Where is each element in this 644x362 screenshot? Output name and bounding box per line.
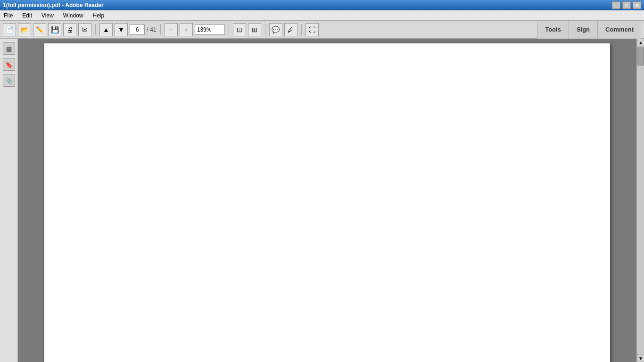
- email-button[interactable]: ✉: [78, 23, 91, 36]
- scroll-area[interactable]: Department Have Branch Offers Courses: [18, 39, 636, 362]
- comment-button[interactable]: Comment: [597, 21, 641, 39]
- zoom-out-button[interactable]: −: [165, 23, 178, 36]
- tools-button[interactable]: Tools: [537, 21, 569, 39]
- titlebar-controls: _ □ ✕: [612, 1, 641, 9]
- next-page-button[interactable]: ▼: [115, 23, 128, 36]
- open-button[interactable]: 📂: [18, 23, 31, 36]
- close-button[interactable]: ✕: [633, 1, 641, 9]
- sidebar-attach-button[interactable]: 📎: [3, 74, 15, 87]
- sidebar-nav-button[interactable]: ▤: [3, 42, 15, 55]
- menu-file[interactable]: File: [2, 11, 15, 20]
- menu-view[interactable]: View: [40, 11, 56, 20]
- new-button[interactable]: 📄: [3, 23, 16, 36]
- vertical-scrollbar[interactable]: ▲ ▼: [636, 39, 644, 362]
- fit-page-button[interactable]: ⊡: [233, 23, 246, 36]
- separator-4: [265, 24, 265, 35]
- menu-edit[interactable]: Edit: [20, 11, 34, 20]
- prev-page-button[interactable]: ▲: [99, 23, 113, 36]
- page-separator: /: [147, 26, 148, 33]
- separator-1: [95, 24, 96, 35]
- scroll-up-arrow[interactable]: ▲: [637, 39, 644, 46]
- highlight-button[interactable]: 🖊: [284, 23, 297, 36]
- page-number-input[interactable]: 6: [130, 25, 145, 35]
- print-button[interactable]: 🖨: [63, 23, 76, 36]
- pdf-page: Department Have Branch Offers Courses: [44, 43, 610, 362]
- sidebar-bookmark-button[interactable]: 🔖: [3, 58, 15, 71]
- zoom-in-button[interactable]: +: [180, 23, 193, 36]
- scroll-thumb[interactable]: [637, 47, 644, 66]
- separator-5: [301, 24, 302, 35]
- menu-window[interactable]: Window: [61, 11, 85, 20]
- zoom-input[interactable]: 139%: [195, 25, 225, 35]
- fit-width-button[interactable]: ⊞: [248, 23, 261, 36]
- separator-3: [229, 24, 229, 35]
- toolbar: 📄 📂 ✏️ 💾 🖨 ✉ ▲ ▼ 6 / 41 − + 139% ⊡ ⊞ 💬 🖊…: [0, 21, 644, 39]
- save-button[interactable]: 💾: [48, 23, 61, 36]
- edit-button[interactable]: ✏️: [33, 23, 46, 36]
- menubar: File Edit View Window Help: [0, 10, 644, 21]
- comment-add-button[interactable]: 💬: [269, 23, 282, 36]
- main-area: ▤ 🔖 📎: [0, 39, 644, 362]
- page-total: 41: [150, 26, 156, 33]
- menu-help[interactable]: Help: [91, 11, 107, 20]
- minimize-button[interactable]: _: [612, 1, 620, 9]
- toolbar-right: Tools Sign Comment: [537, 21, 641, 39]
- sign-button[interactable]: Sign: [569, 21, 597, 39]
- sidebar: ▤ 🔖 📎: [0, 39, 18, 362]
- fullscreen-button[interactable]: ⛶: [305, 23, 319, 36]
- titlebar: 1(full permission).pdf - Adobe Reader _ …: [0, 0, 644, 10]
- separator-2: [160, 24, 161, 35]
- restore-button[interactable]: □: [622, 1, 631, 9]
- titlebar-title: 1(full permission).pdf - Adobe Reader: [3, 2, 104, 8]
- scroll-down-arrow[interactable]: ▼: [637, 354, 644, 362]
